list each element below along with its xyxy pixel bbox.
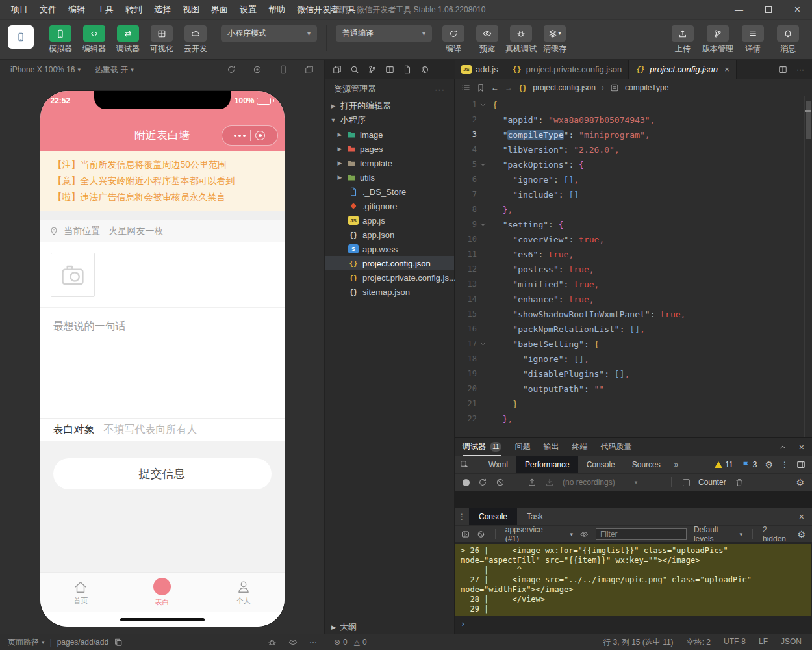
code-line-19[interactable]: 19 "disablePlugins": [], bbox=[455, 367, 812, 382]
editor-tab-add.js[interactable]: JSadd.js bbox=[455, 60, 505, 79]
tree-file-project.config.json[interactable]: {}project.config.json bbox=[325, 256, 454, 270]
code-line-21[interactable]: 21 } bbox=[455, 396, 812, 411]
clear-console-icon[interactable] bbox=[477, 530, 485, 539]
code-line-15[interactable]: 15 "showShadowRootInWxmlPanel": true, bbox=[455, 307, 812, 322]
eye-icon[interactable] bbox=[288, 638, 298, 647]
submit-button[interactable]: 提交信息 bbox=[53, 458, 272, 489]
devtools-more-tabs[interactable]: » bbox=[669, 460, 684, 469]
clear-icon[interactable] bbox=[496, 478, 505, 487]
breadcrumb-file[interactable]: project.config.json bbox=[533, 83, 596, 92]
console-prompt-icon[interactable]: › bbox=[455, 616, 812, 632]
source-control-icon[interactable] bbox=[368, 65, 377, 74]
menu-item-4[interactable]: 转到 bbox=[120, 0, 148, 20]
toolbar-action[interactable]: 真机调试 bbox=[505, 25, 537, 55]
close-drawer-icon[interactable]: × bbox=[799, 512, 812, 522]
dock-panel-icon[interactable] bbox=[796, 460, 806, 469]
devtools-tab-Sources[interactable]: Sources bbox=[624, 456, 669, 473]
collapse-panel-icon[interactable] bbox=[778, 443, 787, 452]
toolbar-button[interactable]: 调试器 bbox=[112, 25, 144, 55]
toolbar-action[interactable]: 预览 bbox=[471, 25, 503, 55]
phone-frame-icon[interactable] bbox=[279, 65, 288, 74]
record-button[interactable] bbox=[463, 479, 470, 486]
toolbar-action[interactable]: 编译 bbox=[437, 25, 470, 55]
target-row[interactable]: 表白对象 不填写代表向所有人 bbox=[40, 418, 285, 441]
statusbar-item-4[interactable]: JSON bbox=[781, 637, 802, 648]
code-line-17[interactable]: 17 "babelSetting": { bbox=[455, 337, 812, 352]
toolbar-button[interactable]: 模拟器 bbox=[44, 25, 77, 55]
mode-dropdown[interactable]: 小程序模式▾ bbox=[221, 25, 317, 42]
statusbar-item-1[interactable]: 空格: 2 bbox=[687, 637, 711, 648]
record-icon[interactable] bbox=[253, 65, 262, 74]
tree-folder-utils[interactable]: ▶utils bbox=[325, 170, 454, 185]
file-page-icon[interactable] bbox=[403, 65, 412, 74]
toolbar-right-action[interactable]: 上传 bbox=[666, 25, 699, 55]
tree-folder-template[interactable]: ▶template bbox=[325, 156, 454, 170]
save-profile-icon[interactable] bbox=[545, 478, 554, 487]
more-icon[interactable]: ··· bbox=[309, 638, 317, 647]
menu-item-3[interactable]: 工具 bbox=[91, 0, 120, 20]
context-dropdown[interactable]: appservice (#1)▾ bbox=[505, 525, 573, 543]
split-editor-icon[interactable] bbox=[778, 65, 787, 74]
tree-folder-pages[interactable]: ▶pages bbox=[325, 142, 454, 156]
tree-file-.gitignore[interactable]: .gitignore bbox=[325, 199, 454, 213]
close-panel-icon[interactable]: × bbox=[799, 442, 804, 452]
breadcrumb-symbol[interactable]: compileType bbox=[625, 83, 668, 92]
code-line-3[interactable]: 3 "compileType": "miniprogram", bbox=[455, 127, 812, 142]
code-line-11[interactable]: 11 "es6": true, bbox=[455, 247, 812, 262]
info-counter[interactable]: 3 bbox=[741, 460, 757, 469]
explorer-more-icon[interactable]: ··· bbox=[435, 84, 445, 94]
close-button[interactable]: × bbox=[783, 0, 812, 20]
rotate-icon[interactable] bbox=[227, 65, 236, 74]
menu-item-1[interactable]: 文件 bbox=[34, 0, 62, 20]
bug-icon[interactable] bbox=[268, 638, 277, 647]
user-avatar[interactable] bbox=[8, 25, 34, 49]
code-line-2[interactable]: 2 "appid": "wxa8a0987b05074943", bbox=[455, 112, 812, 127]
close-tab-icon[interactable]: × bbox=[724, 64, 730, 74]
menu-item-8[interactable]: 设置 bbox=[234, 0, 262, 20]
statusbar-item-3[interactable]: LF bbox=[759, 637, 768, 648]
more-dots-icon[interactable] bbox=[234, 135, 246, 137]
capsule-menu[interactable] bbox=[222, 125, 278, 146]
tree-file-app.json[interactable]: {}app.json bbox=[325, 228, 454, 242]
menu-item-0[interactable]: 项目 bbox=[5, 0, 34, 20]
search-icon[interactable] bbox=[350, 65, 359, 74]
code-line-12[interactable]: 12 "postcss": true, bbox=[455, 262, 812, 277]
nav-back-icon[interactable]: ← bbox=[491, 83, 499, 92]
menu-item-5[interactable]: 选择 bbox=[148, 0, 177, 20]
tree-file-app.wxss[interactable]: Sapp.wxss bbox=[325, 242, 454, 256]
inspect-element-icon[interactable] bbox=[455, 460, 474, 469]
code-area[interactable]: 1{2 "appid": "wxa8a0987b05074943",3 "com… bbox=[455, 96, 812, 437]
more-actions-icon[interactable]: ··· bbox=[796, 65, 804, 74]
debugger-tab-输出[interactable]: 输出 bbox=[543, 438, 559, 456]
files-icon[interactable] bbox=[333, 65, 342, 74]
debugger-tab-调试器[interactable]: 调试器11 bbox=[463, 438, 501, 456]
code-line-16[interactable]: 16 "packNpmRelationList": [], bbox=[455, 322, 812, 337]
npm-icon[interactable] bbox=[420, 65, 429, 74]
page-path-dropdown[interactable]: 页面路径▾ bbox=[8, 637, 45, 648]
console-settings-icon[interactable]: ⚙ bbox=[797, 529, 806, 540]
filter-input[interactable] bbox=[596, 528, 687, 540]
editor-tab-project.private.config.json[interactable]: {}project.private.config.json bbox=[505, 60, 629, 79]
console-tab-Task[interactable]: Task bbox=[517, 508, 553, 525]
code-line-7[interactable]: 7 "include": [] bbox=[455, 187, 812, 202]
debugger-tab-代码质量[interactable]: 代码质量 bbox=[600, 438, 631, 456]
hot-reload-toggle[interactable]: 热重载 开▾ bbox=[95, 64, 134, 75]
close-circle-icon[interactable] bbox=[255, 131, 265, 140]
extensions-icon[interactable] bbox=[385, 65, 394, 74]
project-root-section[interactable]: ▼ 小程序 bbox=[325, 113, 454, 127]
code-line-22[interactable]: 22 }, bbox=[455, 411, 812, 426]
multi-window-icon[interactable] bbox=[305, 65, 314, 74]
code-line-10[interactable]: 10 "coverView": true, bbox=[455, 232, 812, 247]
code-line-18[interactable]: 18 "ignore": [], bbox=[455, 352, 812, 367]
message-textarea[interactable]: 最想说的一句话 bbox=[40, 307, 285, 418]
location-row[interactable]: 当前位置 火星网友一枚 bbox=[40, 220, 285, 242]
phone-tab-个人[interactable]: 个人 bbox=[203, 573, 284, 612]
editor-tab-project.config.json[interactable]: {}project.config.json× bbox=[629, 60, 736, 79]
tree-file-app.js[interactable]: JSapp.js bbox=[325, 213, 454, 228]
menu-item-7[interactable]: 界面 bbox=[205, 0, 234, 20]
opened-editors-section[interactable]: ▶ 打开的编辑器 bbox=[325, 99, 454, 113]
tree-file-._DS_Store[interactable]: ._DS_Store bbox=[325, 185, 454, 199]
counter-checkbox[interactable] bbox=[683, 479, 690, 486]
device-selector[interactable]: iPhone X 100% 16▾ bbox=[10, 65, 81, 74]
performance-settings-icon[interactable]: ⚙ bbox=[796, 477, 804, 488]
